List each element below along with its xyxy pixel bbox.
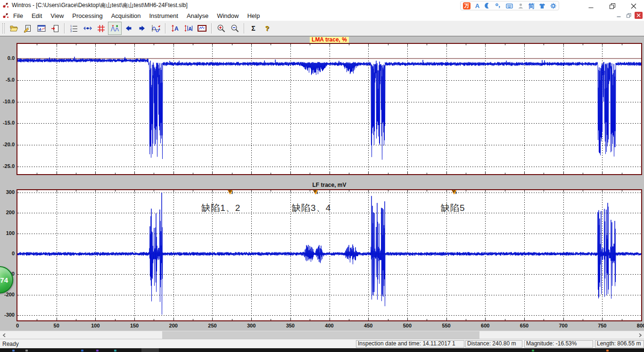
overlay-score-badge[interactable]: 74 bbox=[0, 266, 13, 293]
toolbar-separator bbox=[165, 23, 165, 34]
taskbar-icon[interactable] bbox=[114, 350, 116, 352]
x-axis-label: 650 bbox=[520, 323, 528, 328]
chart-window-button[interactable] bbox=[195, 22, 209, 35]
y-axis-label: -25.0 bbox=[0, 163, 15, 169]
taskbar-icon[interactable] bbox=[25, 350, 28, 352]
x-axis-label: 550 bbox=[442, 323, 450, 328]
taskbar-icon[interactable] bbox=[96, 350, 99, 352]
scroll-left-arrow[interactable] bbox=[0, 331, 8, 339]
y-axis-label: -15.0 bbox=[0, 120, 15, 126]
mdi-minimize-button[interactable] bbox=[615, 12, 623, 19]
defect-marker-label: V5 bbox=[452, 189, 457, 194]
menu-view[interactable]: View bbox=[46, 12, 68, 19]
status-magnitude: Magnitude: -16.53% bbox=[524, 340, 593, 348]
taskbar-icon[interactable] bbox=[532, 350, 534, 352]
help-icon: ? bbox=[265, 25, 269, 32]
defect-annotation: 缺陷3、4 bbox=[292, 202, 331, 214]
lma-chart-plot[interactable] bbox=[17, 43, 642, 175]
document-icon bbox=[2, 12, 9, 19]
x-axis-label: 50 bbox=[54, 323, 59, 328]
soft-keyboard-icon[interactable] bbox=[506, 3, 513, 9]
grid-crosshair-button[interactable] bbox=[94, 22, 108, 35]
sogou-logo-icon[interactable]: 万 bbox=[463, 2, 471, 9]
y-axis-label: -10.0 bbox=[0, 99, 15, 104]
svg-text:A: A bbox=[188, 26, 191, 32]
lf-chart-title: LF trace, mV bbox=[17, 182, 642, 189]
taskbar-active-app[interactable] bbox=[141, 348, 159, 352]
defect-marker-label: V3 bbox=[314, 189, 318, 194]
defect-annotation: 缺陷5 bbox=[441, 202, 465, 214]
mdi-close-button[interactable] bbox=[635, 12, 643, 19]
menu-file[interactable]: File bbox=[9, 12, 27, 19]
menu-help[interactable]: Help bbox=[243, 12, 264, 19]
edit-document-button[interactable] bbox=[21, 22, 34, 35]
trace-markers-button[interactable] bbox=[108, 22, 122, 35]
numbered-list-button[interactable]: 123 bbox=[67, 22, 81, 35]
app-icon bbox=[2, 2, 9, 8]
toolbar: 123 A A Σ ? bbox=[0, 21, 644, 36]
x-axis-label: 100 bbox=[91, 323, 99, 328]
taskbar-edge[interactable] bbox=[0, 348, 644, 352]
sigma-icon: Σ bbox=[251, 25, 255, 32]
x-axis-label: 350 bbox=[286, 323, 295, 328]
toolbar-separator bbox=[211, 23, 212, 34]
font-style-icon[interactable]: A bbox=[475, 3, 479, 9]
menu-instrument[interactable]: Instrument bbox=[145, 12, 182, 19]
x-axis-label: 750 bbox=[598, 323, 606, 328]
scrollbar-thumb[interactable] bbox=[162, 331, 479, 339]
zoom-out-button[interactable] bbox=[228, 22, 241, 35]
prev-defect-button[interactable] bbox=[122, 22, 135, 35]
defect-annotation: 缺陷1、2 bbox=[201, 202, 240, 214]
window-title: Wintros - [C:\Users\Grace\Desktop\南山test… bbox=[12, 1, 188, 9]
menu-window[interactable]: Window bbox=[213, 12, 243, 19]
menu-acquisition[interactable]: Acquisition bbox=[107, 12, 145, 19]
settings-gear-icon[interactable] bbox=[550, 3, 556, 9]
taskbar-icon[interactable] bbox=[12, 350, 15, 352]
y-axis-label: 300 bbox=[0, 189, 15, 195]
account-icon[interactable] bbox=[518, 3, 524, 9]
x-axis-label: 150 bbox=[130, 323, 139, 328]
x-axis-label: 500 bbox=[403, 323, 412, 328]
x-axis-label: 450 bbox=[364, 323, 372, 328]
defect-navigator-button[interactable] bbox=[81, 22, 94, 35]
help-button[interactable]: ? bbox=[260, 22, 274, 35]
scroll-right-arrow[interactable] bbox=[636, 331, 644, 339]
x-axis-label: 400 bbox=[325, 323, 333, 328]
toolbar-grip[interactable] bbox=[2, 23, 5, 34]
status-ready: Ready bbox=[2, 341, 19, 347]
svg-text:A: A bbox=[174, 25, 179, 32]
report-preview-button[interactable] bbox=[34, 22, 48, 35]
open-file-button[interactable] bbox=[7, 22, 21, 35]
simplified-chinese-icon[interactable]: 简 bbox=[528, 3, 535, 9]
taskbar-icon[interactable] bbox=[606, 350, 609, 352]
taskbar-icon[interactable] bbox=[81, 350, 83, 352]
toolbar-separator bbox=[64, 23, 65, 34]
export-document-button[interactable] bbox=[48, 22, 62, 35]
chart-panel: LMA trace, % 0.0-5.0-10.0-15.0-20.0-25.0… bbox=[0, 36, 644, 331]
mdi-restore-button[interactable] bbox=[625, 12, 633, 19]
wave-settings-button[interactable] bbox=[149, 22, 163, 35]
status-inspection-date: Inspection date and time: 14.11.2017 1 bbox=[356, 340, 464, 348]
skin-icon[interactable] bbox=[539, 3, 545, 9]
menu-analyse[interactable]: Analyse bbox=[182, 12, 213, 19]
sigma-statistics-button[interactable]: Σ bbox=[247, 22, 260, 35]
scale-amplitude-abs-button[interactable]: A bbox=[182, 22, 195, 35]
y-axis-label: 0 bbox=[0, 251, 15, 256]
horizontal-scrollbar bbox=[0, 331, 644, 339]
y-axis-label: -300 bbox=[0, 312, 15, 318]
night-mode-icon[interactable] bbox=[484, 2, 491, 9]
status-distance: Distance: 240.80 m bbox=[465, 340, 522, 348]
menu-edit[interactable]: Edit bbox=[27, 12, 46, 19]
scale-amplitude-button[interactable]: A bbox=[168, 22, 182, 35]
defect-marker-label: V2 bbox=[228, 189, 233, 194]
y-axis-label: -5.0 bbox=[0, 77, 15, 83]
y-axis-label: -20.0 bbox=[0, 142, 15, 147]
menu-bar: File Edit View Processing Acquisition In… bbox=[0, 10, 644, 21]
y-axis-label: 0.0 bbox=[0, 55, 15, 61]
next-defect-button[interactable] bbox=[135, 22, 149, 35]
punctuation-icon[interactable] bbox=[495, 3, 501, 9]
status-length: Length: 806.55 m bbox=[595, 340, 644, 348]
menu-processing[interactable]: Processing bbox=[68, 12, 107, 19]
ime-toolbar: 万 A 简 bbox=[460, 1, 559, 10]
zoom-in-button[interactable] bbox=[214, 22, 228, 35]
